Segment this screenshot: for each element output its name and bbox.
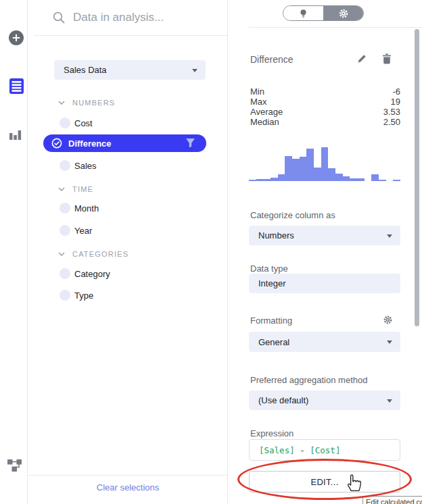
histogram-bar xyxy=(379,180,386,181)
column-item-category[interactable]: Category xyxy=(60,268,110,279)
bar-chart-icon xyxy=(9,127,22,142)
section-label: NUMBERS xyxy=(72,99,115,107)
aggregation-label: Preferred aggregation method xyxy=(250,375,367,385)
add-data-button[interactable] xyxy=(9,30,24,45)
rename-column-button[interactable] xyxy=(357,53,367,64)
formatting-label: Formatting xyxy=(250,316,292,326)
clear-selections-link[interactable]: Clear selections xyxy=(28,482,227,493)
data-in-analysis-tab[interactable] xyxy=(9,78,24,97)
search-icon xyxy=(53,11,65,26)
column-label: Difference xyxy=(68,138,112,149)
table-selector[interactable]: Sales Data xyxy=(54,60,206,80)
chevron-down-icon xyxy=(387,234,392,238)
section-label: CATEGORIES xyxy=(72,250,128,258)
column-item-difference-selected[interactable]: Difference xyxy=(43,134,206,152)
column-title: Difference xyxy=(250,54,294,65)
data-type-label: Data type xyxy=(250,263,288,274)
data-canvas-icon xyxy=(7,457,23,473)
histogram-bar xyxy=(249,180,256,181)
histogram-bar xyxy=(371,174,379,181)
column-dot-icon xyxy=(60,225,70,236)
column-label: Type xyxy=(74,291,93,301)
stat-value: -6 xyxy=(392,86,400,97)
expression-label: Expression xyxy=(250,428,294,438)
categorize-select[interactable]: Numbers xyxy=(249,226,400,245)
app-window: Sales Data NUMBERS Cost Difference Sales xyxy=(0,0,422,504)
check-circle-icon xyxy=(51,138,62,149)
column-dot-icon xyxy=(60,118,70,128)
formatting-value: General xyxy=(258,337,289,347)
chevron-down-icon xyxy=(387,399,392,403)
column-item-cost[interactable]: Cost xyxy=(60,118,93,128)
column-item-sales[interactable]: Sales xyxy=(60,160,97,171)
divider xyxy=(28,475,227,476)
column-item-year[interactable]: Year xyxy=(60,225,92,236)
column-dot-icon xyxy=(60,160,70,171)
section-header-numbers[interactable]: NUMBERS xyxy=(58,99,115,107)
recommendations-toggle-button[interactable] xyxy=(283,6,323,20)
visualizations-tab[interactable] xyxy=(9,127,22,145)
categorize-value: Numbers xyxy=(258,230,294,241)
stat-label: Min xyxy=(250,86,264,97)
properties-toggle-button[interactable] xyxy=(323,6,363,20)
stat-row: Min-6 xyxy=(250,86,400,97)
expression-field[interactable]: [Sales] - [Cost] xyxy=(249,439,400,461)
stat-row: Average3.53 xyxy=(250,107,400,117)
left-icon-rail xyxy=(0,0,28,504)
column-item-type[interactable]: Type xyxy=(60,290,93,301)
chevron-down-icon xyxy=(58,187,65,191)
divider xyxy=(249,27,422,28)
histogram-bar xyxy=(256,179,264,181)
aggregation-select[interactable]: (Use default) xyxy=(249,390,400,410)
delete-column-button[interactable] xyxy=(382,53,392,64)
chevron-down-icon xyxy=(58,252,65,256)
column-dot-icon xyxy=(60,203,70,213)
edit-tooltip: Edit calculated co xyxy=(362,496,422,504)
histogram-bar xyxy=(393,180,400,181)
column-dot-icon xyxy=(60,268,70,279)
expression-operator: - xyxy=(295,445,310,455)
histogram-bar xyxy=(350,178,357,181)
search-input[interactable] xyxy=(73,9,215,26)
histogram-bar xyxy=(335,174,343,181)
column-properties-panel: Difference Min-6 Max19 Average3.53 Media… xyxy=(229,0,422,504)
scrollbar-thumb[interactable] xyxy=(415,29,419,326)
stat-value: 2.50 xyxy=(383,117,400,127)
data-panel: Sales Data NUMBERS Cost Difference Sales xyxy=(28,0,228,504)
edit-expression-button[interactable]: EDIT... xyxy=(249,471,400,493)
data-type-value-field: Integer xyxy=(249,274,400,293)
lightbulb-icon xyxy=(298,8,308,19)
data-type-value: Integer xyxy=(258,278,285,288)
histogram-bar xyxy=(328,168,335,181)
stat-value: 3.53 xyxy=(383,107,400,117)
expression-token: [Cost] xyxy=(310,445,340,455)
histogram-bar xyxy=(300,157,307,181)
column-label: Sales xyxy=(74,161,97,171)
section-label: TIME xyxy=(72,185,93,193)
column-label: Year xyxy=(74,226,92,236)
stat-value: 19 xyxy=(391,97,400,107)
plus-icon xyxy=(12,34,20,42)
histogram-bar xyxy=(271,178,278,181)
formatting-settings-button[interactable] xyxy=(383,315,393,325)
histogram-bar xyxy=(314,168,321,181)
divider xyxy=(34,35,227,36)
column-item-month[interactable]: Month xyxy=(60,203,99,213)
data-canvas-tab[interactable] xyxy=(7,457,23,476)
table-selector-value: Sales Data xyxy=(64,65,107,75)
expression-token: [Sales] xyxy=(259,445,295,455)
section-header-categories[interactable]: CATEGORIES xyxy=(58,250,128,258)
pencil-icon xyxy=(357,53,367,64)
data-table-icon xyxy=(9,78,24,94)
formatting-select[interactable]: General xyxy=(249,332,400,352)
column-stats: Min-6 Max19 Average3.53 Median2.50 xyxy=(250,86,400,127)
histogram-bar xyxy=(321,147,329,181)
histogram-bar xyxy=(263,179,271,181)
stat-label: Max xyxy=(250,97,267,107)
filter-funnel-icon xyxy=(185,138,195,151)
panel-mode-toggle xyxy=(283,5,364,21)
histogram xyxy=(249,147,400,181)
trash-icon xyxy=(382,53,392,64)
section-header-time[interactable]: TIME xyxy=(58,185,93,193)
stat-row: Max19 xyxy=(250,97,400,107)
